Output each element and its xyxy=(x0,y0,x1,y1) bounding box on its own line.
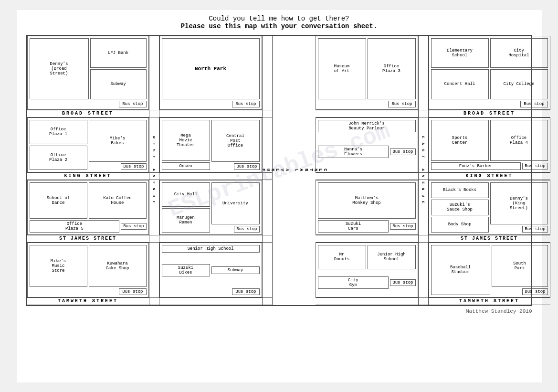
map-grid: Denny's(BroadStreet) UFJ Bank Subway Bus… xyxy=(27,36,531,305)
block-r3c3: MegaMovieTheater Onsen CentralPostOffice… xyxy=(159,117,262,172)
loc-op2: OfficePlaza 2 xyxy=(30,146,87,170)
king-street-right: KING STREET xyxy=(429,172,550,180)
block-r7c1: Mike'sMusicStore KuwaharaCake Shop Bus s… xyxy=(27,243,149,297)
credit: Matthew Standley 2010 xyxy=(26,308,532,314)
central-ave-r5 xyxy=(262,180,273,235)
loc-fonz-barber: Fonz's Barber xyxy=(431,162,521,170)
loc-ufj-bank: UFJ Bank xyxy=(90,38,147,68)
central-ave-r7 xyxy=(262,243,273,297)
loc-kuwahara-cake: KuwaharaCake Shop xyxy=(89,245,147,287)
loc-marugen-ramen: MarugenRamen xyxy=(162,208,210,233)
bus-stop-shs: Bus stop xyxy=(232,288,259,295)
block-r7c3: Senior High School SuzukiBikes Subway Bu… xyxy=(159,243,262,297)
loc-suzukis-sauce: Suzuki'sSauce Shop xyxy=(431,200,489,215)
central-avenue-label: CENTRALAVENUE xyxy=(273,36,316,305)
loc-north-park: North Park xyxy=(162,38,260,99)
loc-suzuki-cars: SuzukiCars xyxy=(318,220,389,233)
bus-stop-jm: Bus stop xyxy=(390,148,415,155)
loc-south-park: SouthPark xyxy=(492,245,548,287)
central-ave-tamweth xyxy=(262,297,273,305)
block-r5c6: Matthew'sMonkey Shop SuzukiCars Bus stop xyxy=(316,180,418,235)
loc-baseball-stadium: BaseballStadium xyxy=(431,245,490,295)
west-avenue-label: W E S T A V E N U E xyxy=(149,36,159,305)
block-r1c1: Denny's(BroadStreet) UFJ Bank Subway Bus… xyxy=(27,36,149,110)
east-avenue-label: E A S T A V E N U E xyxy=(418,36,429,305)
loc-mikes-bikes: Mike'sBikes xyxy=(89,120,147,162)
loc-office-plaza-3: OfficePlaza 3 xyxy=(368,38,416,99)
loc-matthews-monkey: Matthew'sMonkey Shop xyxy=(318,182,416,219)
central-ave-r3 xyxy=(262,117,273,172)
bus-stop-moa: Bus stop xyxy=(388,101,415,107)
bus-stop-mrd: Bus stop xyxy=(390,279,415,286)
loc-sports-center: SportsCenter xyxy=(431,120,489,161)
block-r7c8: BaseballStadium SouthPark Bus stop xyxy=(429,243,550,297)
loc-hannas-flowers: Hanna'sFlowers xyxy=(318,146,389,158)
loc-mikes-music: Mike'sMusicStore xyxy=(30,245,87,287)
bus-stop-mm: Bus stop xyxy=(390,223,415,230)
loc-subway-shs: Subway xyxy=(211,266,260,274)
broad-street-c3 xyxy=(159,110,262,117)
loc-university: University xyxy=(211,182,260,224)
page: Could you tell me how to get there? Plea… xyxy=(17,10,542,382)
loc-senior-high: Senior High School xyxy=(162,245,260,253)
king-street-left: KING STREET xyxy=(27,172,149,180)
bus-stop-bb: Bus stop xyxy=(522,226,547,233)
loc-op1: OfficePlaza 1 xyxy=(30,120,87,144)
block-r5c3: City Hall MarugenRamen University Bus st… xyxy=(159,180,262,235)
loc-city-gym: CityGym xyxy=(318,276,389,289)
loc-onsen: Onsen xyxy=(162,162,210,170)
loc-city-college: City College xyxy=(490,69,548,99)
loc-subway-1: Subway xyxy=(90,69,147,99)
block-r5c8: Black's Books Suzuki'sSauce Shop Body Sh… xyxy=(429,180,550,235)
loc-op4: OfficePlaza 4 xyxy=(490,120,548,161)
stjames-street-right: ST JAMES STREET xyxy=(429,235,550,243)
title-area: Could you tell me how to get there? Plea… xyxy=(26,15,532,30)
bus-stop-sc: Bus stop xyxy=(522,163,547,170)
central-ave-king xyxy=(262,172,273,180)
king-street-c3 xyxy=(159,172,262,180)
loc-school-dance: School ofDance xyxy=(30,182,87,219)
loc-elementary-school: ElementarySchool xyxy=(431,38,489,68)
tamweth-street-c3 xyxy=(159,297,262,305)
block-r1c3: North Park Bus stop xyxy=(159,36,262,110)
central-avenue-r1 xyxy=(262,36,273,110)
loc-mr-donuts: MrDonuts xyxy=(318,245,366,269)
loc-john-merrick: John Merrick'sBeauty Parlour xyxy=(318,120,416,132)
block-r3c8: SportsCenter OfficePlaza 4 Fonz's Barber… xyxy=(429,117,550,172)
bus-stop-mms: Bus stop xyxy=(119,288,146,295)
bus-stop-sod: Bus stop xyxy=(121,223,146,230)
loc-suzuki-bikes: SuzukiBikes xyxy=(162,264,210,276)
loc-city-hospital: CityHospital xyxy=(490,38,548,68)
loc-central-po: CentralPostOffice xyxy=(211,120,260,162)
title-line1: Could you tell me how to get there? xyxy=(26,15,532,22)
loc-kato-coffee: Kato CoffeeHouse xyxy=(89,182,147,219)
loc-op5: OfficePlaza 5 xyxy=(30,220,120,233)
broad-street-right: BROAD STREET xyxy=(429,110,550,117)
loc-dennys-broad: Denny's(BroadStreet) xyxy=(30,38,89,99)
broad-street-left: BROAD STREET xyxy=(27,110,149,117)
bus-stop-1: Bus stop xyxy=(119,101,146,107)
bus-stop-np: Bus stop xyxy=(232,101,259,107)
block-r1c6: Museumof Art OfficePlaza 3 Bus stop xyxy=(316,36,418,110)
loc-blacks-books: Black's Books xyxy=(431,182,489,198)
tamweth-street-left: TAMWETH STREET xyxy=(27,297,149,305)
loc-museum-art: Museumof Art xyxy=(318,38,366,99)
block-r3c6: John Merrick'sBeauty Parlour Hanna'sFlow… xyxy=(316,117,418,172)
block-r5c1: School ofDance Kato CoffeeHouse OfficePl… xyxy=(27,180,149,235)
bus-stop-mt: Bus stop xyxy=(234,163,259,170)
tamweth-street-c6 xyxy=(316,297,418,305)
loc-dennys-king: Denny's(KingStreet) xyxy=(490,182,548,224)
bus-stop-ch: Bus stop xyxy=(234,226,259,233)
tamweth-street-right: TAMWETH STREET xyxy=(429,297,550,305)
block-r3c1: OfficePlaza 1 OfficePlaza 2 Mike'sBikes … xyxy=(27,117,149,172)
central-ave-stjames xyxy=(262,235,273,243)
loc-movie-theater: MegaMovieTheater xyxy=(162,120,210,161)
king-street-c6 xyxy=(316,172,418,180)
map-outer: ESLprintables.com Denny's(BroadStreet) U… xyxy=(26,35,532,306)
title-line2: Please use this map with your conversati… xyxy=(26,22,532,30)
loc-body-shop: Body Shop xyxy=(431,217,489,233)
block-r7c6: MrDonuts Junior HighSchool CityGym Bus s… xyxy=(316,243,418,297)
stjames-street-c3 xyxy=(159,235,262,243)
block-r1c8: ElementarySchool Concert Hall CityHospit… xyxy=(429,36,550,110)
stjames-street-left: ST JAMES STREET xyxy=(27,235,149,243)
